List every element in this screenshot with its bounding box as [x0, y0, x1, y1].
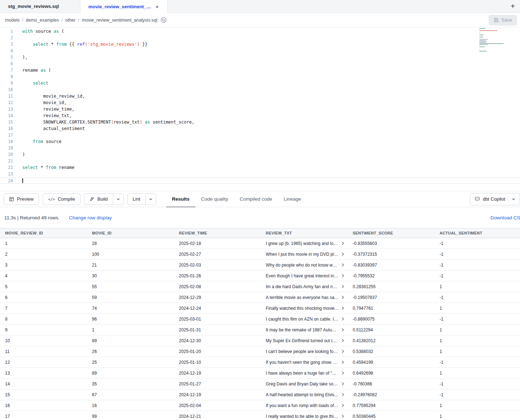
tab-lineage[interactable]: Lineage [278, 191, 307, 207]
code-line[interactable]: 10 [0, 86, 520, 93]
code-line[interactable]: 23 [0, 171, 520, 177]
expand-cell-icon[interactable] [341, 328, 345, 332]
table-cell: 0.41382012 [348, 335, 435, 346]
table-cell: 12 [0, 357, 87, 368]
code-line[interactable]: 20) [0, 151, 520, 158]
code-line[interactable]: 13 review_time, [0, 106, 520, 112]
table-cell: -1 [435, 271, 520, 281]
build-dropdown-button[interactable] [113, 193, 124, 205]
code-text [19, 61, 520, 67]
column-header[interactable]: SENTIMENT_SCORE [348, 228, 435, 238]
expand-cell-icon[interactable] [341, 317, 345, 321]
breadcrumb-part[interactable]: other [65, 18, 76, 23]
expand-cell-icon[interactable] [341, 263, 345, 267]
editor-minimap[interactable] [479, 28, 504, 54]
close-tab-icon[interactable]: × [155, 4, 159, 10]
expand-cell-icon[interactable] [341, 295, 345, 299]
file-tab-movie-review-sentiment[interactable]: movie_review_sentiment_… × [80, 0, 168, 13]
breadcrumb-part[interactable]: models [5, 18, 19, 23]
expand-cell-icon[interactable] [341, 382, 345, 386]
tab-compiled-code[interactable]: Compiled code [234, 191, 278, 207]
code-line[interactable]: 14 review_txt, [0, 112, 520, 119]
table-cell: 89 [87, 368, 174, 379]
minimap-line [479, 43, 504, 44]
minimap-line [479, 51, 487, 52]
column-header[interactable]: MOVIE_ID [87, 228, 174, 238]
breadcrumb-part[interactable]: movie_review_sentiment_analysis.sql [82, 18, 157, 23]
expand-cell-icon[interactable] [341, 414, 345, 418]
tab-results[interactable]: Results [166, 191, 195, 207]
expand-cell-icon[interactable] [341, 393, 345, 397]
expand-cell-icon[interactable] [341, 339, 345, 343]
table-cell: 2024-12-24 [174, 303, 261, 314]
minimap-line [479, 35, 484, 35]
file-tab-stg-movie-reviews[interactable]: stg_movie_reviews.sql [0, 0, 80, 13]
minimap-line [479, 37, 483, 37]
table-cell: 0.6492698 [348, 368, 435, 379]
code-line[interactable]: 16 actual_sentiment [0, 125, 520, 132]
code-line[interactable]: 2 [0, 35, 520, 41]
table-cell: -1 [435, 379, 520, 389]
table-cell: 35 [87, 379, 174, 389]
table-cell: 2024-12-30 [174, 335, 261, 346]
new-tab-button[interactable]: + [506, 0, 520, 13]
code-line[interactable]: 11 movie_review_id, [0, 93, 520, 99]
table-cell: 1 [435, 368, 520, 379]
expand-cell-icon[interactable] [341, 306, 345, 310]
tab-code-quality[interactable]: Code quality [195, 191, 234, 207]
compile-button[interactable]: </> Compile [43, 193, 80, 205]
code-line[interactable]: 6 [0, 61, 520, 67]
code-line[interactable]: 8 [0, 73, 520, 80]
line-number: 6 [0, 61, 19, 67]
table-cell: 2025-03-01 [174, 314, 261, 325]
save-button[interactable]: Save [489, 15, 517, 26]
table-cell: 1 [435, 346, 520, 357]
code-line[interactable]: 15 SNOWFLAKE.CORTEX.SENTIMENT(review_txt… [0, 119, 520, 125]
table-cell: 2025-01-27 [174, 379, 261, 389]
expand-cell-icon[interactable] [341, 349, 345, 353]
lint-dropdown-button[interactable] [145, 193, 156, 205]
expand-cell-icon[interactable] [341, 241, 345, 245]
column-header[interactable]: REVIEW_TIME [174, 228, 261, 238]
breadcrumb-part[interactable]: demo_examples [26, 18, 59, 23]
code-line[interactable]: 1with source as ( [0, 28, 520, 35]
table-cell: 4 [0, 271, 87, 281]
table-cell: 0.5388032 [348, 346, 435, 357]
change-row-display-link[interactable]: Change row display [69, 215, 112, 220]
expand-cell-icon[interactable] [341, 360, 345, 364]
code-editor[interactable]: 1with source as (23 select * from {{ ref… [0, 27, 520, 191]
code-line[interactable]: 4 [0, 48, 520, 54]
lint-button[interactable]: Lint [127, 193, 145, 205]
minimap-line [479, 28, 485, 29]
code-line[interactable]: 3 select * from {{ ref('stg_movie_review… [0, 41, 520, 48]
dbt-copilot-button[interactable]: dbt Copilot [470, 193, 520, 205]
expand-cell-icon[interactable] [341, 274, 345, 278]
code-line[interactable]: 18 from source [0, 138, 520, 145]
preview-button[interactable]: Preview [4, 193, 39, 205]
copy-path-icon[interactable] [160, 17, 167, 23]
code-line[interactable]: 17 [0, 132, 520, 138]
results-table-container[interactable]: MOVIE_REVIEW_IDMOVIE_IDREVIEW_TIMEREVIEW… [0, 228, 520, 420]
column-header[interactable]: ACTUAL_SENTIMENT [435, 228, 520, 238]
line-number: 23 [0, 171, 19, 177]
table-cell: 1 [435, 281, 520, 292]
code-line[interactable]: 5), [0, 54, 520, 61]
action-buttons: Preview </> Compile Build [4, 193, 156, 205]
code-line[interactable]: 7rename as ( [0, 67, 520, 73]
code-line[interactable]: 9 select [0, 80, 520, 86]
expand-cell-icon[interactable] [341, 403, 345, 407]
code-line[interactable]: 24 [0, 177, 520, 184]
code-line[interactable]: 21 [0, 158, 520, 164]
download-csv-link[interactable]: Download CSV [490, 215, 520, 220]
code-line[interactable]: 22select * from rename [0, 164, 520, 171]
code-text: select * from rename [19, 164, 520, 171]
build-button[interactable]: Build [84, 193, 113, 205]
expand-cell-icon[interactable] [341, 371, 345, 375]
column-header[interactable]: REVIEW_TXT [261, 228, 348, 238]
save-icon [494, 18, 499, 23]
code-line[interactable]: 12 movie_id, [0, 99, 520, 106]
expand-cell-icon[interactable] [341, 285, 345, 289]
column-header[interactable]: MOVIE_REVIEW_ID [0, 228, 87, 238]
expand-cell-icon[interactable] [341, 252, 345, 256]
code-line[interactable]: 19 [0, 145, 520, 151]
